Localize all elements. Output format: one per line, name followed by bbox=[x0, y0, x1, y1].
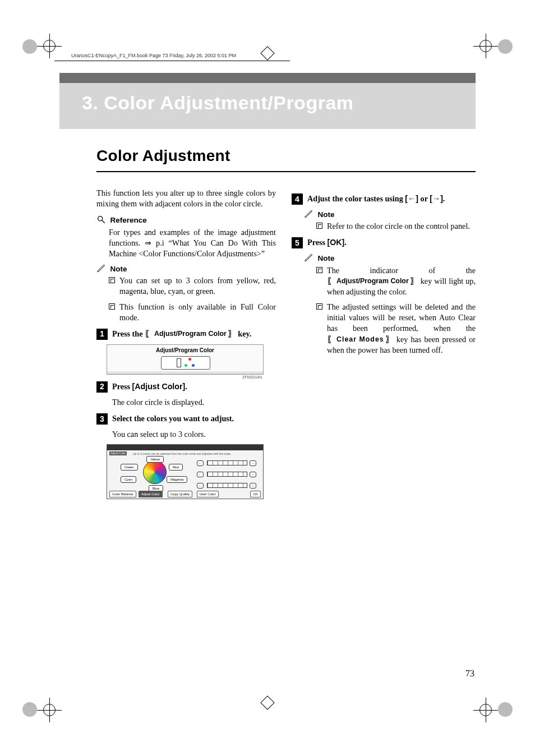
bullet-icon bbox=[109, 303, 115, 310]
bullet-icon bbox=[316, 303, 322, 310]
tag-red: Red bbox=[169, 464, 183, 471]
note-label: Note bbox=[318, 210, 335, 220]
adjust-program-color-key: 〖Adjust/Program Color〗 bbox=[327, 276, 418, 287]
step-number-icon: 3 bbox=[96, 413, 108, 425]
step-3: 3 Select the colors you want to adjust. bbox=[96, 413, 276, 425]
header-text: UranosC1-ENcopyA_F1_FM.book Page 73 Frid… bbox=[71, 53, 236, 58]
center-crop-mark bbox=[260, 695, 274, 709]
step-5: 5 Press [OK]. bbox=[292, 237, 476, 248]
step-2: 2 Press [Adjust Color]. bbox=[96, 381, 276, 393]
note-item: The adjusted settings will be deleted an… bbox=[316, 302, 476, 356]
reference-text: For types and examples of the image adju… bbox=[96, 227, 276, 260]
note-item: This function is only available in Full … bbox=[109, 302, 276, 323]
tab-adjust-color: Adjust Color bbox=[139, 491, 163, 497]
intro-text: This function lets you alter up to three… bbox=[96, 188, 276, 209]
ok-button: OK bbox=[250, 491, 261, 497]
bullet-icon bbox=[316, 223, 322, 229]
step-number-icon: 5 bbox=[292, 237, 303, 248]
arrow-left-button: ← bbox=[197, 483, 204, 488]
left-arrow-key: [←] bbox=[405, 193, 418, 204]
crop-mark bbox=[22, 683, 56, 717]
center-crop-mark bbox=[260, 46, 274, 60]
note-block: Note The indicator of the 〖Adjust/Progra… bbox=[304, 253, 476, 356]
adjust-program-color-key: 〖Adjust/Program Color〗 bbox=[145, 329, 236, 339]
shot-left-title: Adjust Color bbox=[109, 451, 127, 455]
svg-line-1 bbox=[102, 220, 105, 223]
panel-led-icon bbox=[177, 358, 181, 367]
tab-color-balance: Color Balance bbox=[109, 491, 136, 497]
crop-mark bbox=[22, 39, 56, 73]
bullet-icon bbox=[109, 277, 115, 283]
note-icon bbox=[304, 209, 313, 221]
color-wheel-icon bbox=[143, 460, 167, 484]
note-item: You can set up to 3 colors from yellow, … bbox=[109, 275, 276, 297]
tab-user-color: User Color bbox=[197, 491, 219, 497]
ui-screenshot: Adjust Color Up to 3 colors can be selec… bbox=[107, 444, 264, 499]
section-rule bbox=[96, 171, 476, 172]
tag-cyan: Cyan bbox=[121, 476, 136, 483]
tag-yellow: Yellow bbox=[146, 456, 164, 463]
panel-button bbox=[161, 356, 210, 370]
note-block: Note Refer to the color circle on the co… bbox=[304, 209, 476, 232]
shot-right-title: Up to 3 colors can be selected from the … bbox=[133, 452, 231, 456]
arrow-right-button: → bbox=[250, 472, 256, 477]
tab-copy-quality: Copy Quality bbox=[168, 491, 192, 497]
note-item: Refer to the color circle on the control… bbox=[316, 221, 476, 232]
arrow-left-button: ← bbox=[197, 460, 204, 466]
ok-softkey: [OK] bbox=[328, 238, 345, 247]
step-number-icon: 2 bbox=[96, 381, 108, 393]
panel-label: Adjust/Program Color bbox=[156, 347, 214, 354]
step-number-icon: 4 bbox=[292, 193, 303, 205]
arrow-right-button: → bbox=[250, 483, 256, 488]
running-header: UranosC1-ENcopyA_F1_FM.book Page 73 Frid… bbox=[54, 61, 290, 61]
note-block: Note You can set up to 3 colors from yel… bbox=[96, 264, 276, 323]
page-number: 73 bbox=[465, 669, 474, 679]
bullet-icon bbox=[316, 267, 322, 273]
figure-id: ZFNS014N bbox=[242, 375, 262, 380]
note-label: Note bbox=[318, 253, 335, 264]
clear-modes-key: 〖Clear Modes〗 bbox=[327, 334, 394, 345]
arrow-right-button: → bbox=[250, 460, 256, 466]
note-icon bbox=[304, 253, 313, 265]
adjust-color-softkey: [Adjust Color] bbox=[132, 382, 186, 391]
tag-green: Green bbox=[121, 464, 138, 471]
section-title: Color Adjustment bbox=[96, 147, 489, 165]
step-1: 1 Press the 〖Adjust/Program Color〗 key. bbox=[96, 329, 276, 340]
reference-label: Reference bbox=[110, 215, 147, 225]
note-icon bbox=[96, 264, 105, 275]
tag-magenta: Magenta bbox=[167, 476, 187, 483]
right-arrow-key: [→] bbox=[430, 193, 443, 204]
palette-icon bbox=[185, 358, 195, 368]
key-panel-illustration: Adjust/Program Color ZFNS014N bbox=[107, 344, 264, 375]
note-label: Note bbox=[110, 264, 127, 274]
step-2-sub: The color circle is displayed. bbox=[112, 397, 276, 408]
svg-point-0 bbox=[98, 216, 103, 221]
step-number-icon: 1 bbox=[96, 329, 108, 340]
chapter-title: 3. Color Adjustment/Program bbox=[82, 92, 354, 114]
note-item: The indicator of the 〖Adjust/Program Col… bbox=[316, 265, 476, 298]
crop-mark bbox=[479, 683, 513, 717]
chapter-banner: 3. Color Adjustment/Program bbox=[59, 73, 476, 129]
step-4: 4 Adjust the color tastes using [←] or [… bbox=[292, 193, 476, 205]
reference-block: Reference For types and examples of the … bbox=[96, 215, 276, 259]
right-column: 4 Adjust the color tastes using [←] or [… bbox=[292, 188, 476, 360]
step-3-sub: You can select up to 3 colors. bbox=[112, 429, 276, 440]
left-column: This function lets you alter up to three… bbox=[96, 188, 276, 501]
crop-mark bbox=[479, 39, 513, 73]
reference-icon bbox=[96, 215, 105, 227]
arrow-left-button: ← bbox=[197, 472, 204, 477]
